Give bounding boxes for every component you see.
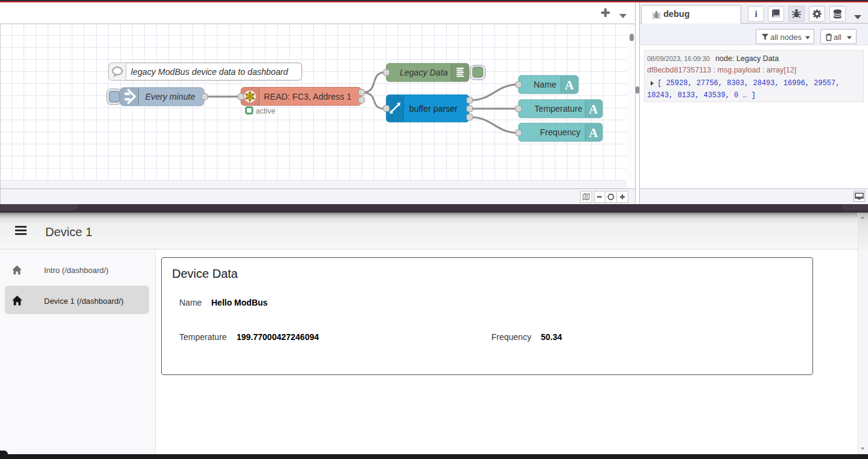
svg-text:Every minute: Every minute [145,92,196,101]
svg-text:i: i [755,9,757,19]
svg-text:Temperature: Temperature [534,104,582,114]
svg-text:A: A [589,126,598,140]
svg-text:READ: FC3, Address 1: READ: FC3, Address 1 [264,92,351,101]
svg-text:legacy ModBus device data to d: legacy ModBus device data to dashboard [131,67,289,77]
svg-text:buffer parser: buffer parser [409,104,458,114]
svg-text:Legacy Data: Legacy Data [400,68,448,77]
svg-text:A: A [564,78,574,92]
svg-text:Name: Name [534,80,557,89]
svg-text:active: active [256,107,276,115]
svg-text:A: A [589,102,598,117]
svg-text:Frequency: Frequency [540,127,581,137]
